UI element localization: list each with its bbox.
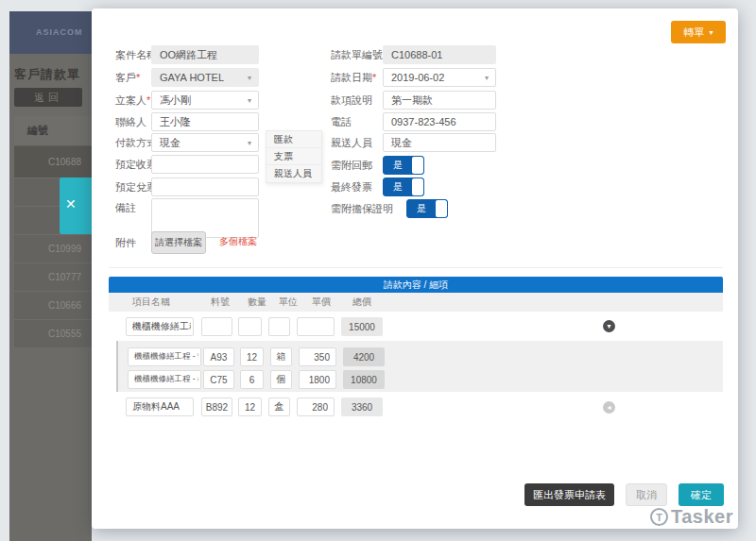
toggle-on-label: 是 — [384, 178, 412, 195]
cancel-button[interactable]: 取消 — [626, 483, 667, 506]
item-name-input[interactable] — [126, 397, 194, 416]
list-item-selected[interactable]: C10688 — [14, 146, 92, 178]
qty-input[interactable] — [240, 347, 264, 366]
tasker-logo-text: Tasker — [671, 506, 733, 528]
guarantee-label: 需附擔保證明 — [331, 199, 393, 218]
export-invoice-button[interactable]: 匯出發票申請表 — [524, 483, 614, 506]
total-value: 10800 — [343, 370, 385, 389]
contact-label: 聯絡人 — [115, 112, 146, 131]
delivery-person-label: 親送人員 — [331, 133, 372, 152]
table-title-bar: 請款內容 / 細項 — [109, 277, 723, 293]
qty-input[interactable] — [240, 370, 264, 389]
payment-select[interactable]: 現金 ▾ — [151, 133, 259, 152]
item-name-input[interactable] — [128, 347, 201, 366]
close-icon[interactable]: ✕ — [65, 196, 77, 211]
toggle-on-label: 是 — [407, 200, 436, 217]
caret-down-icon: ▾ — [709, 28, 713, 37]
col-unit-price: 單價 — [312, 293, 331, 312]
payment-option-courier[interactable]: 親送人員 — [266, 165, 321, 182]
creator-select[interactable]: 馮小剛 ▾ — [151, 91, 259, 110]
screen: ASIACOM 客戶請款單 返回 編號 C10688 C10999 C10777… — [0, 0, 756, 541]
part-no-input[interactable] — [201, 397, 232, 416]
unit-price-input[interactable] — [297, 397, 335, 416]
guarantee-toggle[interactable]: 是 — [406, 199, 448, 218]
brand-logo: ASIACOM — [36, 27, 83, 37]
tasker-logo-icon: T — [650, 508, 668, 526]
creator-label: 立案人* — [115, 91, 150, 110]
caret-down-icon: ▾ — [485, 74, 489, 82]
payment-desc-input[interactable] — [383, 91, 496, 110]
list-item[interactable]: C10555 — [14, 320, 92, 348]
qty-input[interactable] — [238, 397, 262, 416]
payment-option-remittance[interactable]: 匯款 — [266, 131, 321, 148]
col-part-no: 料號 — [211, 293, 230, 312]
final-invoice-label: 最終發票 — [331, 178, 372, 196]
choose-file-button[interactable]: 請選擇檔案 — [151, 231, 206, 254]
sub-item-row: 4200 — [118, 347, 725, 368]
total-value: 3360 — [341, 397, 383, 416]
list-item[interactable]: C10777 — [14, 263, 92, 292]
item-name-input[interactable] — [126, 317, 194, 336]
invoice-no-value: C10688-01 — [383, 45, 496, 64]
section-divider — [109, 267, 723, 268]
expand-chevron-left-icon[interactable]: ◂ — [603, 401, 615, 414]
customer-label: 客戶* — [115, 68, 140, 87]
unit-input[interactable] — [268, 317, 290, 336]
part-no-input[interactable] — [201, 317, 232, 336]
page-title: 客戶請款單 — [14, 66, 80, 83]
phone-input[interactable] — [383, 112, 496, 131]
request-date-value: 2019-06-02 — [391, 72, 444, 83]
qty-input[interactable] — [238, 317, 262, 336]
multiple-files-note: 多個檔案 — [219, 235, 257, 248]
return-mail-label: 需附回郵 — [331, 156, 372, 175]
unit-price-input[interactable] — [299, 347, 336, 366]
return-mail-toggle[interactable]: 是 — [383, 156, 424, 175]
contact-input[interactable] — [151, 112, 259, 131]
collapse-chevron-down-icon[interactable]: ▾ — [603, 320, 615, 332]
transfer-button-label: 轉單 — [683, 25, 704, 40]
confirm-button[interactable]: 確定 — [679, 483, 724, 506]
payment-value: 現金 — [160, 136, 180, 150]
delivery-person-input[interactable] — [383, 133, 496, 152]
list-item[interactable]: C10666 — [14, 292, 92, 320]
payment-desc-label: 款項說明 — [331, 91, 372, 110]
total-value: 4200 — [343, 347, 385, 366]
case-name-value: OO網路工程 — [151, 45, 259, 64]
payment-dropdown: 匯款 支票 親送人員 — [266, 130, 322, 183]
phone-label: 電話 — [331, 112, 352, 131]
invoice-no-label: 請款單編號 — [331, 45, 383, 64]
col-qty: 數量 — [248, 293, 266, 312]
back-button[interactable]: 返回 — [14, 88, 82, 107]
creator-value: 馮小剛 — [160, 93, 191, 108]
final-invoice-toggle[interactable]: 是 — [383, 178, 424, 196]
background-topbar: ASIACOM — [9, 11, 92, 54]
payment-option-check[interactable]: 支票 — [266, 148, 321, 165]
part-no-input[interactable] — [203, 347, 234, 366]
item-name-input[interactable] — [128, 370, 201, 389]
part-no-input[interactable] — [203, 370, 234, 389]
list-header: 編號 — [14, 116, 92, 146]
list-item[interactable]: C10999 — [14, 235, 92, 263]
request-date-select[interactable]: 2019-06-02 ▾ — [383, 68, 496, 87]
col-total: 總價 — [352, 293, 371, 312]
toggle-knob — [412, 157, 423, 174]
transfer-button[interactable]: 轉單 ▾ — [671, 21, 726, 43]
toggle-knob — [436, 200, 447, 217]
col-item-name: 項目名稱 — [132, 293, 170, 312]
unit-input[interactable] — [270, 347, 292, 366]
customer-select[interactable]: GAYA HOTEL ▾ — [151, 68, 259, 87]
customer-value: GAYA HOTEL — [160, 72, 224, 83]
sub-item-row: 10800 — [118, 370, 725, 391]
unit-input[interactable] — [270, 370, 292, 389]
unit-input[interactable] — [268, 397, 290, 416]
toggle-knob — [412, 178, 423, 195]
receive-date-input[interactable] — [151, 155, 259, 174]
caret-down-icon: ▾ — [248, 74, 251, 82]
unit-price-input[interactable] — [299, 370, 336, 389]
col-unit: 單位 — [279, 293, 298, 312]
invoice-modal: 轉單 ▾ 案件名稱 OO網路工程 客戶* GAYA HOTEL ▾ 立案人* 馮… — [92, 8, 738, 529]
cash-date-input[interactable] — [151, 178, 259, 196]
sub-items-block: 4200 10800 — [116, 341, 723, 392]
unit-price-input[interactable] — [297, 317, 335, 336]
table-row: 15000 ▾ — [92, 317, 738, 338]
